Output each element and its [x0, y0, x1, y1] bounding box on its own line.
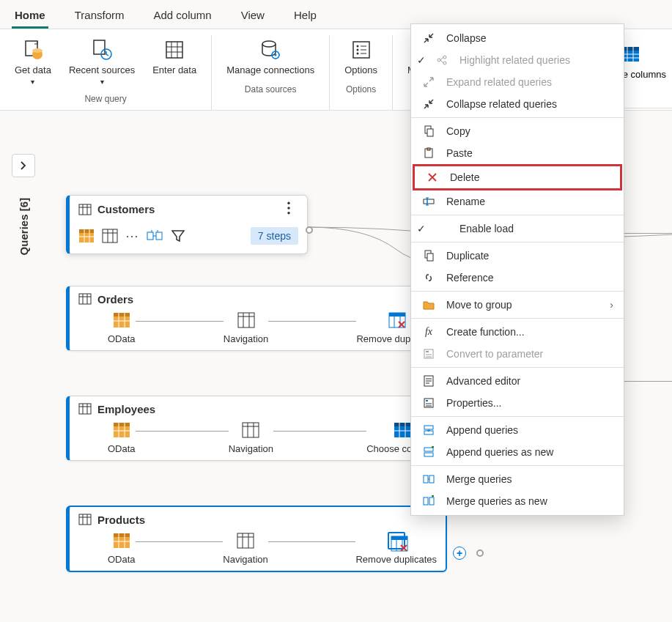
- ctx-properties[interactable]: Properties...: [411, 392, 624, 414]
- svg-rect-31: [79, 204, 91, 215]
- query-title: Products: [97, 514, 145, 526]
- rename-icon: [421, 194, 436, 209]
- queries-panel: Queries [6]: [12, 154, 35, 255]
- context-menu: Collapse ✓ Highlight related queries Exp…: [410, 23, 624, 516]
- ctx-collapse[interactable]: Collapse: [411, 27, 624, 49]
- svg-rect-58: [238, 313, 254, 327]
- step-navigation[interactable]: Navigation: [224, 311, 268, 344]
- ctx-append-queries[interactable]: Append queries: [411, 419, 624, 441]
- ribbon-label-options: Options: [346, 80, 376, 100]
- query-card-customers[interactable]: Customers ⋯ 7 steps: [66, 195, 308, 254]
- ctx-duplicate[interactable]: Duplicate: [411, 245, 624, 267]
- ctx-merge-queries[interactable]: Merge queries: [411, 468, 624, 490]
- ribbon-label-data-sources: Data sources: [245, 80, 297, 100]
- ctx-append-queries-new[interactable]: Append queries as new: [411, 441, 624, 463]
- step-navigation[interactable]: Navigation: [229, 421, 273, 454]
- step-odata[interactable]: OData: [108, 532, 136, 565]
- editor-icon: [421, 374, 436, 388]
- steps-badge[interactable]: 7 steps: [251, 227, 298, 245]
- parameter-icon: [421, 347, 436, 361]
- query-title: Customers: [97, 203, 155, 215]
- query-card-products[interactable]: Products OData Navigation Remove duplica…: [66, 506, 447, 572]
- output-port[interactable]: [476, 549, 484, 557]
- merge-new-icon: [421, 494, 436, 508]
- merge-icon: [421, 472, 436, 486]
- ctx-rename[interactable]: Rename: [411, 190, 624, 212]
- table-outline-icon: [102, 228, 118, 244]
- expand-queries-button[interactable]: [12, 154, 35, 177]
- folder-icon: [421, 297, 436, 312]
- svg-point-12: [275, 54, 277, 56]
- related-icon: [435, 53, 449, 67]
- function-icon: fx: [421, 325, 436, 339]
- svg-rect-48: [156, 232, 162, 240]
- enter-data-icon: [163, 38, 186, 62]
- svg-rect-124: [424, 426, 433, 429]
- svg-rect-111: [427, 253, 433, 261]
- add-step-button[interactable]: +: [453, 547, 466, 560]
- ctx-reference[interactable]: Reference: [411, 267, 624, 289]
- ribbon-group-data-sources: Manage connections Data sources: [212, 35, 330, 110]
- svg-rect-75: [243, 423, 259, 437]
- step-navigation[interactable]: Navigation: [223, 532, 267, 565]
- svg-rect-128: [424, 475, 428, 483]
- options-button[interactable]: Options: [339, 35, 383, 80]
- duplicate-icon: [421, 248, 436, 263]
- recent-sources-button[interactable]: Recent sources ▾: [63, 35, 141, 89]
- properties-icon: [421, 396, 436, 410]
- check-icon: ✓: [416, 223, 427, 234]
- svg-rect-105: [427, 129, 433, 136]
- ctx-advanced-editor[interactable]: Advanced editor: [411, 370, 624, 392]
- svg-point-16: [356, 49, 358, 51]
- svg-point-103: [443, 62, 446, 64]
- append-icon: [421, 423, 436, 437]
- ellipsis-icon: ⋯: [125, 228, 139, 244]
- tab-home[interactable]: Home: [12, 3, 48, 29]
- svg-rect-93: [237, 533, 254, 548]
- paste-icon: [421, 146, 436, 160]
- ctx-collapse-related[interactable]: Collapse related queries: [411, 93, 624, 115]
- svg-rect-71: [114, 423, 130, 426]
- tab-help[interactable]: Help: [291, 3, 320, 29]
- ctx-copy[interactable]: Copy: [411, 120, 624, 142]
- ctx-move-to-group[interactable]: Move to group ›: [411, 294, 624, 316]
- get-data-icon: [21, 38, 45, 62]
- svg-rect-66: [79, 404, 91, 414]
- enter-data-button[interactable]: Enter data: [147, 35, 202, 80]
- tab-add-column[interactable]: Add column: [150, 3, 214, 29]
- query-title: Orders: [97, 293, 133, 306]
- step-remove-duplicates[interactable]: Remove duplicates: [355, 532, 437, 565]
- output-port[interactable]: [306, 226, 313, 234]
- query-title: Employees: [97, 403, 155, 415]
- svg-rect-84: [79, 514, 91, 525]
- step-odata[interactable]: OData: [108, 311, 136, 344]
- check-icon: ✓: [416, 54, 427, 66]
- ribbon-label-new-query: New query: [84, 89, 126, 110]
- query-card-orders[interactable]: Orders OData Navigation Remove duplicate…: [66, 286, 447, 351]
- ctx-paste[interactable]: Paste: [411, 142, 624, 164]
- tab-view[interactable]: View: [238, 3, 267, 29]
- recent-sources-icon: [90, 38, 114, 62]
- svg-rect-80: [394, 423, 410, 426]
- svg-rect-126: [424, 448, 433, 451]
- query-card-employees[interactable]: Employees OData Navigation Choose column…: [66, 396, 447, 461]
- svg-rect-47: [147, 232, 153, 240]
- ctx-convert-parameter: Convert to parameter: [411, 343, 624, 365]
- svg-point-14: [356, 45, 358, 48]
- svg-rect-113: [426, 351, 429, 352]
- ctx-merge-queries-new[interactable]: Merge queries as new: [411, 490, 624, 512]
- tab-transform[interactable]: Transform: [72, 3, 128, 29]
- svg-rect-89: [114, 533, 130, 537]
- svg-point-36: [287, 207, 289, 209]
- table-icon: [78, 513, 92, 526]
- ctx-enable-load[interactable]: ✓ Enable load: [411, 218, 624, 240]
- step-odata[interactable]: OData: [108, 421, 136, 454]
- svg-point-2: [32, 48, 43, 53]
- chevron-right-icon: [18, 160, 29, 171]
- manage-connections-button[interactable]: Manage connections: [221, 35, 320, 80]
- ctx-delete[interactable]: Delete: [413, 164, 622, 190]
- ctx-expand-related: Expand related queries: [411, 71, 624, 93]
- get-data-button[interactable]: Get data ▾: [9, 35, 57, 89]
- ctx-create-function[interactable]: fx Create function...: [411, 321, 624, 343]
- more-options-button[interactable]: [279, 201, 298, 217]
